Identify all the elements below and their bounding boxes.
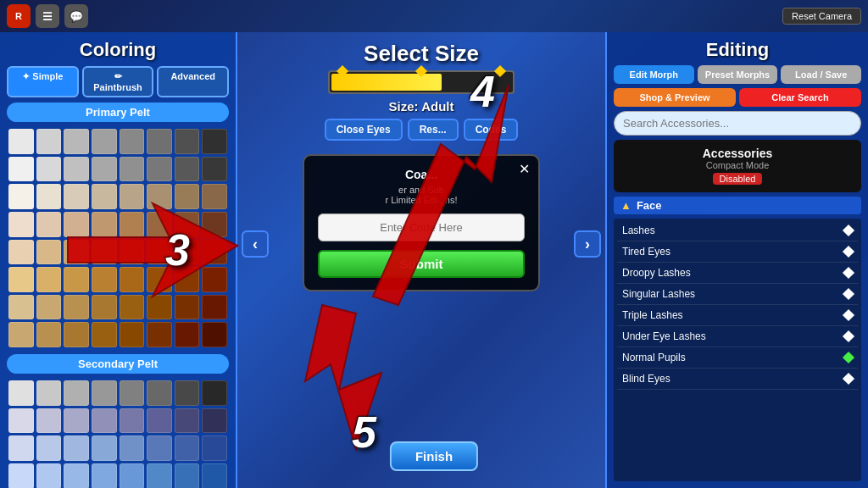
color-cell[interactable]	[36, 157, 62, 182]
list-item[interactable]: Normal Pupils	[617, 347, 858, 369]
color-cell[interactable]	[92, 129, 117, 154]
color-cell[interactable]	[202, 463, 227, 488]
color-cell[interactable]	[120, 212, 145, 237]
color-cell[interactable]	[36, 408, 62, 434]
color-cell[interactable]	[92, 295, 117, 320]
shop-preview-button[interactable]: Shop & Preview	[614, 88, 736, 107]
color-cell[interactable]	[36, 380, 62, 406]
list-item[interactable]: Tired Eyes	[617, 241, 858, 263]
color-cell[interactable]	[120, 184, 145, 209]
color-cell[interactable]	[8, 322, 34, 347]
color-cell[interactable]	[92, 240, 117, 265]
reset-camera-button[interactable]: Reset Camera	[782, 8, 861, 25]
color-cell[interactable]	[64, 295, 89, 320]
color-cell[interactable]	[36, 240, 62, 265]
color-cell[interactable]	[147, 157, 172, 182]
list-item[interactable]: Lashes	[617, 220, 858, 241]
codes-button[interactable]: Codes	[464, 119, 519, 141]
color-cell[interactable]	[147, 267, 172, 292]
color-cell[interactable]	[175, 212, 200, 237]
color-cell[interactable]	[202, 129, 227, 154]
color-cell[interactable]	[8, 435, 34, 461]
color-cell[interactable]	[64, 129, 89, 154]
color-cell[interactable]	[36, 463, 62, 488]
color-cell[interactable]	[202, 435, 227, 461]
clear-search-button[interactable]: Clear Search	[739, 88, 861, 107]
preset-morphs-button[interactable]: Preset Morphs	[698, 65, 778, 84]
color-cell[interactable]	[147, 212, 172, 237]
color-cell[interactable]	[120, 295, 145, 320]
color-cell[interactable]	[202, 322, 227, 347]
color-cell[interactable]	[175, 380, 200, 406]
color-cell[interactable]	[92, 184, 117, 209]
color-cell[interactable]	[147, 184, 172, 209]
color-cell[interactable]	[92, 408, 117, 434]
color-cell[interactable]	[36, 267, 62, 292]
color-cell[interactable]	[120, 322, 145, 347]
color-cell[interactable]	[175, 435, 200, 461]
color-cell[interactable]	[147, 463, 172, 488]
color-cell[interactable]	[36, 184, 62, 209]
color-cell[interactable]	[175, 408, 200, 434]
code-input[interactable]	[318, 214, 525, 241]
color-cell[interactable]	[175, 463, 200, 488]
color-cell[interactable]	[64, 157, 89, 182]
color-cell[interactable]	[92, 267, 117, 292]
list-item[interactable]: Triple Lashes	[617, 305, 858, 326]
color-cell[interactable]	[64, 380, 89, 406]
color-cell[interactable]	[120, 408, 145, 434]
color-cell[interactable]	[147, 408, 172, 434]
color-cell[interactable]	[202, 408, 227, 434]
color-cell[interactable]	[64, 408, 89, 434]
search-accessories-input[interactable]	[614, 111, 861, 136]
color-cell[interactable]	[202, 295, 227, 320]
color-cell[interactable]	[202, 212, 227, 237]
color-cell[interactable]	[36, 295, 62, 320]
color-cell[interactable]	[175, 184, 200, 209]
color-cell[interactable]	[147, 322, 172, 347]
submit-button[interactable]: Submit	[318, 250, 525, 278]
color-cell[interactable]	[120, 380, 145, 406]
close-eyes-button[interactable]: Close Eyes	[325, 119, 403, 141]
color-cell[interactable]	[64, 322, 89, 347]
color-cell[interactable]	[8, 267, 34, 292]
color-cell[interactable]	[92, 435, 117, 461]
tab-simple[interactable]: ✦ Simple	[7, 66, 79, 97]
color-cell[interactable]	[175, 322, 200, 347]
color-cell[interactable]	[120, 129, 145, 154]
chat-icon[interactable]: 💬	[64, 4, 88, 28]
color-cell[interactable]	[36, 129, 62, 154]
color-cell[interactable]	[36, 212, 62, 237]
color-cell[interactable]	[8, 129, 34, 154]
list-item[interactable]: Under Eye Lashes	[617, 326, 858, 347]
color-cell[interactable]	[8, 408, 34, 434]
color-cell[interactable]	[64, 212, 89, 237]
color-cell[interactable]	[120, 267, 145, 292]
color-cell[interactable]	[147, 295, 172, 320]
color-cell[interactable]	[92, 157, 117, 182]
color-cell[interactable]	[8, 157, 34, 182]
close-icon[interactable]: ✕	[519, 161, 530, 177]
reset-button[interactable]: Res...	[408, 119, 459, 141]
color-cell[interactable]	[202, 157, 227, 182]
color-cell[interactable]	[202, 267, 227, 292]
color-cell[interactable]	[202, 184, 227, 209]
roblox-icon[interactable]: R	[7, 4, 31, 28]
color-cell[interactable]	[202, 380, 227, 406]
color-cell[interactable]	[147, 129, 172, 154]
color-cell[interactable]	[64, 463, 89, 488]
color-cell[interactable]	[64, 240, 89, 265]
nav-arrow-left[interactable]: ‹	[242, 230, 269, 258]
color-cell[interactable]	[64, 184, 89, 209]
color-cell[interactable]	[92, 322, 117, 347]
color-cell[interactable]	[8, 380, 34, 406]
color-cell[interactable]	[202, 240, 227, 265]
color-cell[interactable]	[175, 157, 200, 182]
finish-button[interactable]: Finish	[390, 441, 478, 471]
color-cell[interactable]	[175, 295, 200, 320]
color-cell[interactable]	[8, 184, 34, 209]
tab-paintbrush[interactable]: ✏ Paintbrush	[82, 66, 154, 97]
color-cell[interactable]	[36, 322, 62, 347]
color-cell[interactable]	[36, 435, 62, 461]
color-cell[interactable]	[120, 435, 145, 461]
